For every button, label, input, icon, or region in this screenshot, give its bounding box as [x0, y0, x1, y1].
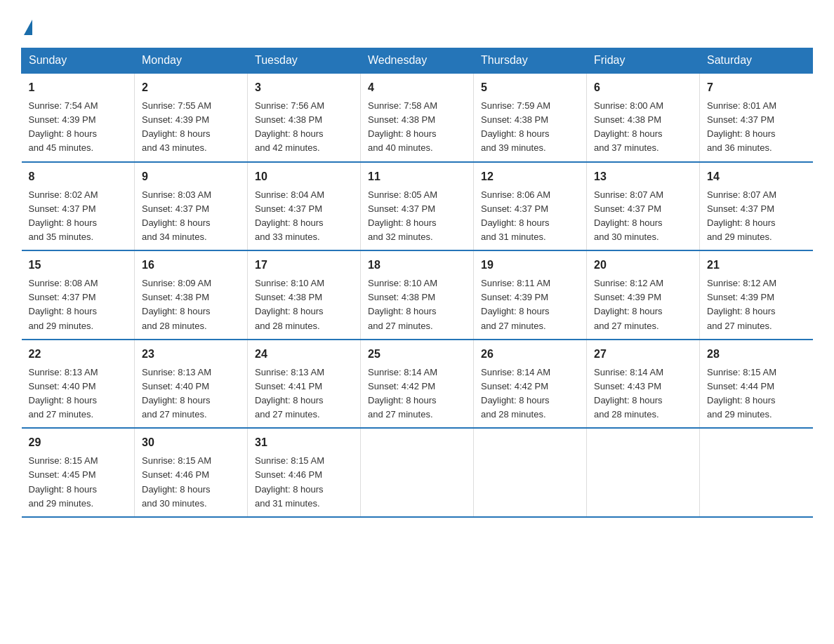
calendar-week-row: 1Sunrise: 7:54 AMSunset: 4:39 PMDaylight…	[22, 73, 813, 162]
day-info: Sunrise: 8:10 AMSunset: 4:38 PMDaylight:…	[255, 276, 353, 333]
day-info: Sunrise: 8:06 AMSunset: 4:37 PMDaylight:…	[481, 188, 579, 245]
column-header-saturday: Saturday	[700, 48, 813, 74]
day-info: Sunrise: 7:56 AMSunset: 4:38 PMDaylight:…	[255, 99, 353, 156]
day-info: Sunrise: 8:10 AMSunset: 4:38 PMDaylight:…	[368, 276, 466, 333]
day-number: 23	[142, 346, 240, 363]
day-number: 10	[255, 168, 353, 185]
column-header-thursday: Thursday	[474, 48, 587, 74]
day-number: 1	[29, 79, 128, 96]
calendar-cell: 8Sunrise: 8:02 AMSunset: 4:37 PMDaylight…	[22, 162, 135, 251]
day-number: 7	[707, 79, 806, 96]
day-number: 2	[142, 79, 240, 96]
day-number: 28	[707, 346, 806, 363]
calendar-cell: 7Sunrise: 8:01 AMSunset: 4:37 PMDaylight…	[700, 73, 813, 162]
calendar-week-row: 22Sunrise: 8:13 AMSunset: 4:40 PMDayligh…	[22, 340, 813, 429]
day-info: Sunrise: 8:13 AMSunset: 4:40 PMDaylight:…	[142, 365, 240, 422]
day-number: 5	[481, 79, 579, 96]
day-info: Sunrise: 8:07 AMSunset: 4:37 PMDaylight:…	[594, 188, 692, 245]
day-info: Sunrise: 8:09 AMSunset: 4:38 PMDaylight:…	[142, 276, 240, 333]
calendar-cell: 28Sunrise: 8:15 AMSunset: 4:44 PMDayligh…	[700, 340, 813, 429]
column-header-wednesday: Wednesday	[361, 48, 474, 74]
calendar-week-row: 15Sunrise: 8:08 AMSunset: 4:37 PMDayligh…	[22, 250, 813, 340]
day-number: 14	[707, 168, 806, 185]
day-number: 8	[29, 168, 128, 185]
calendar-week-row: 29Sunrise: 8:15 AMSunset: 4:45 PMDayligh…	[22, 428, 813, 517]
day-info: Sunrise: 8:11 AMSunset: 4:39 PMDaylight:…	[481, 276, 579, 333]
day-number: 24	[255, 346, 353, 363]
day-info: Sunrise: 8:08 AMSunset: 4:37 PMDaylight:…	[29, 276, 128, 333]
column-header-tuesday: Tuesday	[248, 48, 361, 74]
calendar-cell: 29Sunrise: 8:15 AMSunset: 4:45 PMDayligh…	[22, 428, 135, 517]
day-info: Sunrise: 8:15 AMSunset: 4:46 PMDaylight:…	[142, 454, 240, 511]
day-number: 15	[29, 257, 128, 274]
calendar-cell: 1Sunrise: 7:54 AMSunset: 4:39 PMDaylight…	[22, 73, 135, 162]
day-info: Sunrise: 7:54 AMSunset: 4:39 PMDaylight:…	[29, 99, 128, 156]
calendar-cell: 12Sunrise: 8:06 AMSunset: 4:37 PMDayligh…	[474, 162, 587, 251]
day-number: 9	[142, 168, 240, 185]
calendar-cell: 9Sunrise: 8:03 AMSunset: 4:37 PMDaylight…	[135, 162, 248, 251]
calendar-cell	[361, 428, 474, 517]
day-info: Sunrise: 8:03 AMSunset: 4:37 PMDaylight:…	[142, 188, 240, 245]
day-number: 19	[481, 257, 579, 274]
calendar-cell: 27Sunrise: 8:14 AMSunset: 4:43 PMDayligh…	[587, 340, 700, 429]
day-number: 6	[594, 79, 692, 96]
day-info: Sunrise: 7:58 AMSunset: 4:38 PMDaylight:…	[368, 99, 466, 156]
day-number: 29	[29, 434, 128, 451]
day-number: 17	[255, 257, 353, 274]
day-number: 13	[594, 168, 692, 185]
calendar-cell: 2Sunrise: 7:55 AMSunset: 4:39 PMDaylight…	[135, 73, 248, 162]
day-info: Sunrise: 8:13 AMSunset: 4:41 PMDaylight:…	[255, 365, 353, 422]
day-number: 21	[707, 257, 806, 274]
day-info: Sunrise: 8:04 AMSunset: 4:37 PMDaylight:…	[255, 188, 353, 245]
calendar-table: SundayMondayTuesdayWednesdayThursdayFrid…	[21, 48, 813, 518]
calendar-cell: 24Sunrise: 8:13 AMSunset: 4:41 PMDayligh…	[248, 340, 361, 429]
calendar-cell: 4Sunrise: 7:58 AMSunset: 4:38 PMDaylight…	[361, 73, 474, 162]
day-number: 12	[481, 168, 579, 185]
day-info: Sunrise: 7:55 AMSunset: 4:39 PMDaylight:…	[142, 99, 240, 156]
calendar-cell: 22Sunrise: 8:13 AMSunset: 4:40 PMDayligh…	[22, 340, 135, 429]
column-header-friday: Friday	[587, 48, 700, 74]
calendar-cell	[700, 428, 813, 517]
day-info: Sunrise: 8:01 AMSunset: 4:37 PMDaylight:…	[707, 99, 806, 156]
logo	[21, 20, 32, 35]
page-header	[21, 14, 813, 35]
day-number: 4	[368, 79, 466, 96]
day-info: Sunrise: 8:12 AMSunset: 4:39 PMDaylight:…	[707, 276, 806, 333]
day-info: Sunrise: 8:07 AMSunset: 4:37 PMDaylight:…	[707, 188, 806, 245]
day-info: Sunrise: 8:05 AMSunset: 4:37 PMDaylight:…	[368, 188, 466, 245]
day-info: Sunrise: 8:12 AMSunset: 4:39 PMDaylight:…	[594, 276, 692, 333]
calendar-cell: 26Sunrise: 8:14 AMSunset: 4:42 PMDayligh…	[474, 340, 587, 429]
calendar-cell: 11Sunrise: 8:05 AMSunset: 4:37 PMDayligh…	[361, 162, 474, 251]
calendar-cell: 23Sunrise: 8:13 AMSunset: 4:40 PMDayligh…	[135, 340, 248, 429]
day-number: 27	[594, 346, 692, 363]
day-number: 11	[368, 168, 466, 185]
day-info: Sunrise: 8:00 AMSunset: 4:38 PMDaylight:…	[594, 99, 692, 156]
column-header-monday: Monday	[135, 48, 248, 74]
day-number: 3	[255, 79, 353, 96]
calendar-week-row: 8Sunrise: 8:02 AMSunset: 4:37 PMDaylight…	[22, 162, 813, 251]
calendar-cell: 16Sunrise: 8:09 AMSunset: 4:38 PMDayligh…	[135, 250, 248, 340]
logo-triangle-icon	[24, 20, 32, 35]
day-info: Sunrise: 8:15 AMSunset: 4:45 PMDaylight:…	[29, 454, 128, 511]
calendar-cell: 21Sunrise: 8:12 AMSunset: 4:39 PMDayligh…	[700, 250, 813, 340]
calendar-cell: 17Sunrise: 8:10 AMSunset: 4:38 PMDayligh…	[248, 250, 361, 340]
calendar-cell: 18Sunrise: 8:10 AMSunset: 4:38 PMDayligh…	[361, 250, 474, 340]
day-number: 26	[481, 346, 579, 363]
calendar-cell: 31Sunrise: 8:15 AMSunset: 4:46 PMDayligh…	[248, 428, 361, 517]
column-header-sunday: Sunday	[22, 48, 135, 74]
day-info: Sunrise: 8:14 AMSunset: 4:42 PMDaylight:…	[368, 365, 466, 422]
calendar-cell: 5Sunrise: 7:59 AMSunset: 4:38 PMDaylight…	[474, 73, 587, 162]
calendar-cell: 20Sunrise: 8:12 AMSunset: 4:39 PMDayligh…	[587, 250, 700, 340]
day-info: Sunrise: 8:02 AMSunset: 4:37 PMDaylight:…	[29, 188, 128, 245]
calendar-cell: 6Sunrise: 8:00 AMSunset: 4:38 PMDaylight…	[587, 73, 700, 162]
calendar-cell: 19Sunrise: 8:11 AMSunset: 4:39 PMDayligh…	[474, 250, 587, 340]
day-number: 30	[142, 434, 240, 451]
calendar-cell: 25Sunrise: 8:14 AMSunset: 4:42 PMDayligh…	[361, 340, 474, 429]
calendar-cell: 10Sunrise: 8:04 AMSunset: 4:37 PMDayligh…	[248, 162, 361, 251]
day-number: 16	[142, 257, 240, 274]
calendar-cell: 14Sunrise: 8:07 AMSunset: 4:37 PMDayligh…	[700, 162, 813, 251]
day-info: Sunrise: 8:13 AMSunset: 4:40 PMDaylight:…	[29, 365, 128, 422]
day-info: Sunrise: 8:15 AMSunset: 4:44 PMDaylight:…	[707, 365, 806, 422]
day-number: 25	[368, 346, 466, 363]
calendar-cell: 13Sunrise: 8:07 AMSunset: 4:37 PMDayligh…	[587, 162, 700, 251]
